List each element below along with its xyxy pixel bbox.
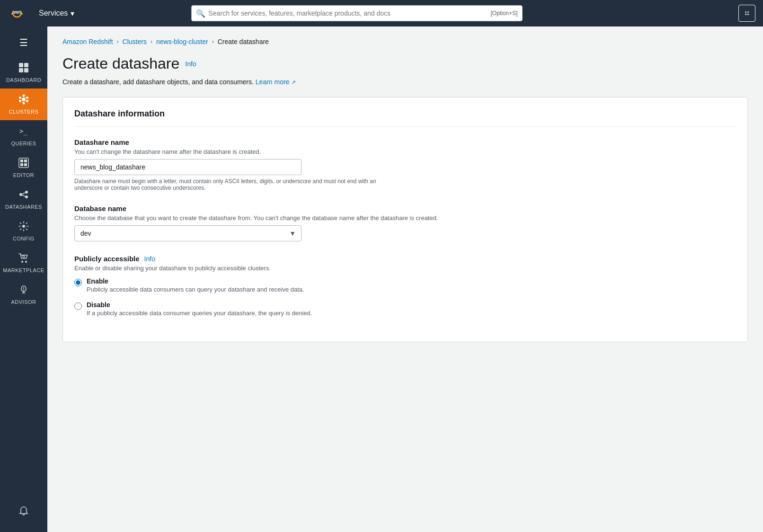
services-label: Services [39,9,68,18]
datashare-name-section: Datashare name You can't change the data… [74,138,736,191]
page-description: Create a datashare, add datashare object… [62,78,748,86]
publicly-accessible-desc: Enable or disable sharing your datashare… [74,265,736,272]
database-name-select[interactable]: dev dev2 production [74,225,302,241]
svg-rect-3 [24,63,28,67]
breadcrumb-amazon-redshift[interactable]: Amazon Redshift [62,38,113,45]
marketplace-icon [18,253,29,266]
top-navigation: aws Services ▾ 🔍 [Option+S] ⌗ [0,0,763,27]
svg-rect-5 [24,68,28,72]
publicly-accessible-header: Publicly accessible Info [74,255,736,263]
sidebar-label-editor: EDITOR [13,172,34,178]
sidebar-item-notifications[interactable] [0,500,47,524]
enable-radio-input[interactable] [74,279,82,286]
svg-rect-4 [19,68,23,72]
hamburger-icon: ☰ [19,37,28,48]
svg-rect-18 [24,163,27,166]
publicly-accessible-label: Publicly accessible [74,255,140,263]
sidebar-label-marketplace: MARKETPLACE [3,267,44,273]
svg-line-22 [22,193,25,194]
svg-point-10 [23,102,25,105]
learn-more-link[interactable]: Learn more ↗ [256,78,296,86]
datashare-name-desc: You can't change the datashare name afte… [74,148,736,155]
sidebar-label-config: CONFIG [13,236,35,241]
sidebar-item-datashares[interactable]: DATASHARES [0,184,47,215]
sidebar: ☰ DASHBOARD [0,27,47,532]
learn-more-label: Learn more [256,78,290,86]
terminal-button[interactable]: ⌗ [738,5,755,22]
breadcrumb-sep-1: › [117,38,119,45]
svg-text:aws: aws [12,9,22,15]
database-name-label: Database name [74,204,736,213]
services-button[interactable]: Services ▾ [34,6,79,21]
svg-text:>_: >_ [19,127,27,135]
search-shortcut: [Option+S] [491,10,518,17]
sidebar-item-editor[interactable]: EDITOR [0,152,47,184]
svg-point-12 [19,97,21,99]
disable-radio-input[interactable] [74,302,82,310]
sidebar-label-queries: QUERIES [11,141,36,146]
svg-point-20 [25,191,28,194]
svg-point-33 [23,290,24,291]
sidebar-item-marketplace[interactable]: MARKETPLACE [0,247,47,279]
page-title-row: Create datashare Info [62,55,748,72]
database-name-section: Database name Choose the database that y… [74,204,736,241]
config-icon [18,221,29,234]
datashare-name-input[interactable] [74,159,302,175]
svg-rect-15 [20,160,23,162]
enable-radio-label: Enable [87,277,304,285]
svg-rect-17 [20,163,23,166]
disable-radio-desc: If a publicly accessible data consumer q… [87,310,312,317]
search-input[interactable] [191,5,523,21]
terminal-icon: ⌗ [745,9,749,18]
svg-point-8 [26,97,28,99]
page-title: Create datashare [62,55,179,72]
svg-point-27 [23,256,25,257]
sidebar-item-clusters[interactable]: CLUSTERS [0,89,47,120]
database-select-wrapper: dev dev2 production ▼ [74,225,302,241]
svg-point-25 [21,261,23,263]
clusters-icon [18,94,29,107]
publicly-accessible-info-link[interactable]: Info [144,255,155,263]
svg-point-26 [25,261,27,263]
datashare-name-hint: Datashare name must begin with a letter,… [74,178,406,191]
notifications-icon [18,506,29,519]
breadcrumb: Amazon Redshift › Clusters › news-blog-c… [62,38,748,45]
aws-logo: aws [8,4,27,23]
search-bar: 🔍 [Option+S] [191,5,523,21]
sidebar-bottom [0,500,47,532]
datashare-name-label: Datashare name [74,138,736,146]
breadcrumb-cluster-name[interactable]: news-blog-cluster [156,38,208,45]
page-info-link[interactable]: Info [185,60,196,68]
editor-icon [18,158,29,170]
sidebar-item-advisor[interactable]: ADVISOR [0,279,47,310]
sidebar-label-advisor: ADVISOR [11,299,36,305]
enable-radio-desc: Publicly accessible data consumers can q… [87,286,304,293]
datashares-icon [18,189,29,202]
disable-radio-content: Disable If a publicly accessible data co… [87,301,312,317]
svg-rect-2 [19,63,23,67]
svg-point-7 [23,95,25,97]
card-title: Datashare information [74,109,736,127]
main-content: Amazon Redshift › Clusters › news-blog-c… [47,27,763,532]
sidebar-label-dashboard: DASHBOARD [6,77,41,83]
svg-point-11 [19,100,21,102]
svg-point-9 [26,100,28,102]
app-layout: ☰ DASHBOARD [0,27,763,532]
sidebar-item-queries[interactable]: >_ QUERIES [0,120,47,152]
sidebar-item-config[interactable]: CONFIG [0,215,47,247]
sidebar-menu-button[interactable]: ☰ [15,32,33,53]
enable-radio-content: Enable Publicly accessible data consumer… [87,277,304,293]
external-link-icon: ↗ [291,79,296,86]
advisor-icon [18,284,29,297]
disable-radio-option: Disable If a publicly accessible data co… [74,301,736,317]
sidebar-label-datashares: DATASHARES [5,204,42,210]
breadcrumb-sep-2: › [151,38,152,45]
chevron-down-icon: ▾ [71,9,74,18]
sidebar-item-dashboard[interactable]: DASHBOARD [0,57,47,89]
breadcrumb-current: Create datashare [218,38,269,45]
search-icon: 🔍 [196,9,205,18]
svg-point-21 [25,195,28,198]
datashare-info-card: Datashare information Datashare name You… [62,97,748,342]
svg-point-24 [22,225,25,228]
breadcrumb-clusters[interactable]: Clusters [123,38,147,45]
